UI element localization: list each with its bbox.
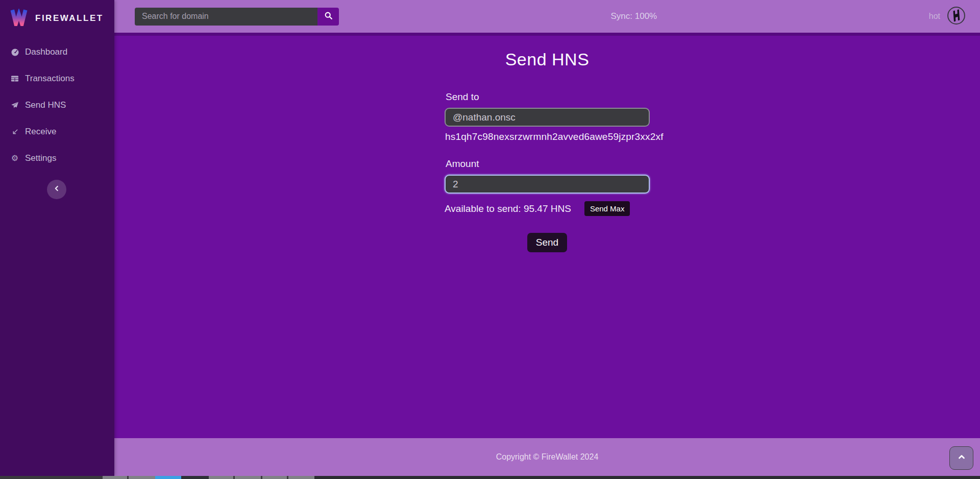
search-button[interactable] <box>317 8 339 26</box>
sidebar-item-label: Send HNS <box>25 100 66 110</box>
scroll-to-top-button[interactable] <box>949 446 973 470</box>
gear-icon: ⚙ <box>10 154 19 162</box>
sidebar: FIREWALLET Dashboard <box>0 0 114 476</box>
taskbar-segment <box>103 476 127 479</box>
sidebar-collapse-button[interactable] <box>47 180 66 199</box>
page-title: Send HNS <box>114 50 980 69</box>
sidebar-item-settings[interactable]: ⚙ Settings <box>0 145 114 172</box>
sidebar-item-dashboard[interactable]: Dashboard <box>0 39 114 65</box>
chevron-up-icon <box>958 453 966 463</box>
send-form: Send to hs1qh7c98nexsrzwrmnh2avved6awe59… <box>445 91 650 252</box>
search-icon <box>324 11 333 21</box>
send-to-input[interactable] <box>445 108 650 127</box>
sidebar-item-receive[interactable]: Receive <box>0 118 114 145</box>
copyright-text: Copyright © FireWallet 2024 <box>496 452 599 462</box>
taskbar-segment <box>155 476 181 479</box>
available-balance-text: Available to send: 95.47 HNS <box>445 203 571 214</box>
paper-plane-icon <box>10 101 19 109</box>
sidebar-item-label: Settings <box>25 153 56 163</box>
sidebar-nav: Dashboard Transactions Send HNS <box>0 39 114 172</box>
receive-arrow-icon <box>10 128 19 136</box>
taskbar-segment <box>288 476 314 479</box>
amount-label: Amount <box>446 158 650 170</box>
brand-name: FIREWALLET <box>35 13 104 23</box>
table-icon <box>10 75 19 83</box>
taskbar-segment <box>209 476 233 479</box>
send-button[interactable]: Send <box>527 233 567 252</box>
footer: Copyright © FireWallet 2024 <box>114 438 980 476</box>
taskbar-segment <box>235 476 261 479</box>
taskbar-strip <box>0 476 980 479</box>
wallet-selector[interactable]: hot <box>929 6 966 27</box>
brand-header[interactable]: FIREWALLET <box>0 0 114 36</box>
sync-status: Sync: 100% <box>611 11 657 21</box>
taskbar-segment <box>262 476 287 479</box>
taskbar-segment <box>181 476 209 479</box>
taskbar-segment <box>129 476 155 479</box>
send-max-button[interactable]: Send Max <box>584 201 630 216</box>
sidebar-item-label: Dashboard <box>25 47 67 57</box>
amount-input[interactable] <box>445 175 650 194</box>
main-content: Send HNS Send to hs1qh7c98nexsrzwrmnh2av… <box>114 36 980 438</box>
firewallet-w-logo-icon <box>9 9 29 28</box>
chevron-left-icon <box>53 185 60 194</box>
sidebar-item-send-hns[interactable]: Send HNS <box>0 92 114 118</box>
domain-search <box>135 8 339 26</box>
sidebar-item-transactions[interactable]: Transactions <box>0 65 114 92</box>
send-to-label: Send to <box>446 91 650 103</box>
sidebar-item-label: Transactions <box>25 74 75 84</box>
topbar: Sync: 100% hot <box>114 0 980 36</box>
firewallet-app: FIREWALLET Dashboard <box>0 0 980 479</box>
handshake-logo-icon <box>947 6 966 27</box>
resolved-address: hs1qh7c98nexsrzwrmnh2avved6awe59jzpr3xx2… <box>445 131 650 142</box>
taskbar-segment <box>314 476 980 479</box>
sidebar-item-label: Receive <box>25 127 56 137</box>
gauge-icon <box>10 48 19 57</box>
search-input[interactable] <box>135 8 317 26</box>
wallet-name: hot <box>929 12 940 21</box>
